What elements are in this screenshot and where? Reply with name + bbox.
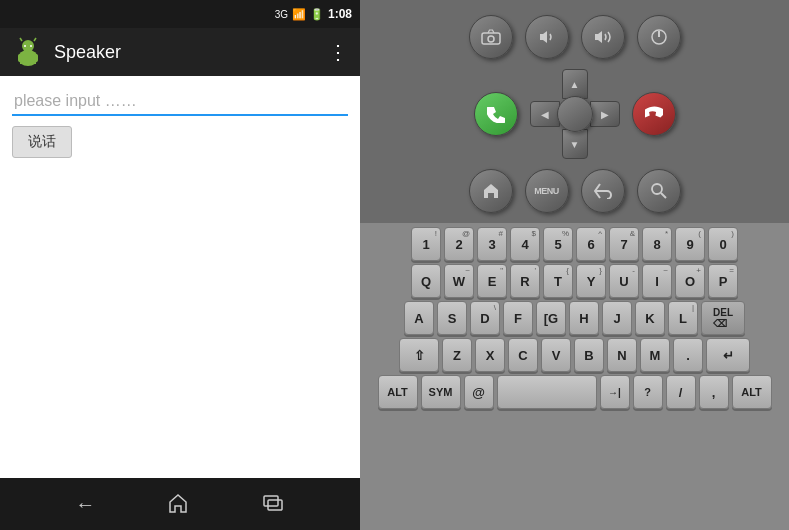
kb-row-asdf: A S \D F [G H J K |L DEL⌫ <box>366 301 783 335</box>
key-z[interactable]: Z <box>442 338 472 372</box>
key-y[interactable]: }Y <box>576 264 606 298</box>
key-at[interactable]: @ <box>464 375 494 409</box>
app-bar: Speaker ⋮ <box>0 28 360 76</box>
key-e[interactable]: "E <box>477 264 507 298</box>
back-nav-button[interactable]: ← <box>75 493 95 516</box>
key-v[interactable]: V <box>541 338 571 372</box>
app-title: Speaker <box>54 42 318 63</box>
dpad: ▲ ▼ ◀ ▶ <box>530 69 620 159</box>
end-button[interactable] <box>632 92 676 136</box>
key-comma[interactable]: , <box>699 375 729 409</box>
middle-controls-row: ▲ ▼ ◀ ▶ <box>380 69 769 159</box>
key-sym[interactable]: SYM <box>421 375 461 409</box>
dpad-up[interactable]: ▲ <box>562 69 588 99</box>
key-x[interactable]: X <box>475 338 505 372</box>
key-g[interactable]: [G <box>536 301 566 335</box>
key-q[interactable]: Q <box>411 264 441 298</box>
controls-panel: ▲ ▼ ◀ ▶ MENU ! <box>360 0 789 530</box>
key-d[interactable]: \D <box>470 301 500 335</box>
key-m[interactable]: M <box>640 338 670 372</box>
key-s[interactable]: S <box>437 301 467 335</box>
key-1[interactable]: !1 <box>411 227 441 261</box>
key-i[interactable]: ~I <box>642 264 672 298</box>
signal-bars: 📶 <box>292 8 306 21</box>
key-enter[interactable]: ↵ <box>706 338 750 372</box>
back-button[interactable] <box>581 169 625 213</box>
svg-line-7 <box>20 38 22 41</box>
search-button[interactable] <box>637 169 681 213</box>
key-c[interactable]: C <box>508 338 538 372</box>
key-t[interactable]: {T <box>543 264 573 298</box>
key-9[interactable]: (9 <box>675 227 705 261</box>
key-f[interactable]: F <box>503 301 533 335</box>
battery-icon: 🔋 <box>310 8 324 21</box>
speak-button[interactable]: 说话 <box>12 126 72 158</box>
key-arrow[interactable]: →| <box>600 375 630 409</box>
svg-line-8 <box>34 38 36 41</box>
key-alt-right[interactable]: ALT <box>732 375 772 409</box>
key-space[interactable] <box>497 375 597 409</box>
key-slash[interactable]: / <box>666 375 696 409</box>
key-h[interactable]: H <box>569 301 599 335</box>
power-button[interactable] <box>637 15 681 59</box>
svg-point-6 <box>30 45 32 47</box>
text-input[interactable] <box>12 88 348 116</box>
signal-icon: 3G <box>275 9 288 20</box>
svg-point-12 <box>488 36 494 42</box>
key-b[interactable]: B <box>574 338 604 372</box>
phone-panel: 3G 📶 🔋 1:08 Speaker ⋮ 说话 ← <box>0 0 360 530</box>
keyboard-panel: !1 @2 #3 $4 %5 ^6 &7 *8 (9 )0 Q ~W "E 'R… <box>360 223 789 530</box>
key-o[interactable]: +O <box>675 264 705 298</box>
key-8[interactable]: *8 <box>642 227 672 261</box>
vol-up-button[interactable] <box>581 15 625 59</box>
device-controls: ▲ ▼ ◀ ▶ MENU <box>360 0 789 223</box>
key-2[interactable]: @2 <box>444 227 474 261</box>
key-alt-left[interactable]: ALT <box>378 375 418 409</box>
home-button[interactable] <box>469 169 513 213</box>
menu-button[interactable]: MENU <box>525 169 569 213</box>
svg-rect-10 <box>268 500 282 510</box>
dpad-left[interactable]: ◀ <box>530 101 560 127</box>
overflow-menu-icon[interactable]: ⋮ <box>328 40 348 64</box>
key-period[interactable]: . <box>673 338 703 372</box>
kb-row-bottom: ALT SYM @ →| ? / , ALT <box>366 375 783 409</box>
key-3[interactable]: #3 <box>477 227 507 261</box>
svg-rect-9 <box>264 496 278 506</box>
status-time: 1:08 <box>328 7 352 21</box>
key-4[interactable]: $4 <box>510 227 540 261</box>
recents-nav-button[interactable] <box>261 494 285 514</box>
key-6[interactable]: ^6 <box>576 227 606 261</box>
key-j[interactable]: J <box>602 301 632 335</box>
dpad-down[interactable]: ▼ <box>562 129 588 159</box>
key-u[interactable]: -U <box>609 264 639 298</box>
camera-button[interactable] <box>469 15 513 59</box>
nav-bar: ← <box>0 478 360 530</box>
key-p[interactable]: =P <box>708 264 738 298</box>
dpad-right[interactable]: ▶ <box>590 101 620 127</box>
status-bar: 3G 📶 🔋 1:08 <box>0 0 360 28</box>
key-a[interactable]: A <box>404 301 434 335</box>
call-button[interactable] <box>474 92 518 136</box>
svg-rect-4 <box>20 58 36 64</box>
key-del[interactable]: DEL⌫ <box>701 301 745 335</box>
svg-point-5 <box>24 45 26 47</box>
key-n[interactable]: N <box>607 338 637 372</box>
svg-line-15 <box>661 193 666 198</box>
vol-down-button[interactable] <box>525 15 569 59</box>
key-0[interactable]: )0 <box>708 227 738 261</box>
key-w[interactable]: ~W <box>444 264 474 298</box>
key-question[interactable]: ? <box>633 375 663 409</box>
top-controls-row <box>380 15 769 59</box>
kb-row-zxcv: ⇧ Z X C V B N M . ↵ <box>366 338 783 372</box>
home-nav-button[interactable] <box>166 492 190 516</box>
key-r[interactable]: 'R <box>510 264 540 298</box>
key-k[interactable]: K <box>635 301 665 335</box>
key-shift[interactable]: ⇧ <box>399 338 439 372</box>
app-logo <box>12 36 44 68</box>
dpad-center[interactable] <box>557 96 593 132</box>
app-content: 说话 <box>0 76 360 478</box>
key-5[interactable]: %5 <box>543 227 573 261</box>
key-7[interactable]: &7 <box>609 227 639 261</box>
svg-point-14 <box>652 184 662 194</box>
key-l[interactable]: |L <box>668 301 698 335</box>
